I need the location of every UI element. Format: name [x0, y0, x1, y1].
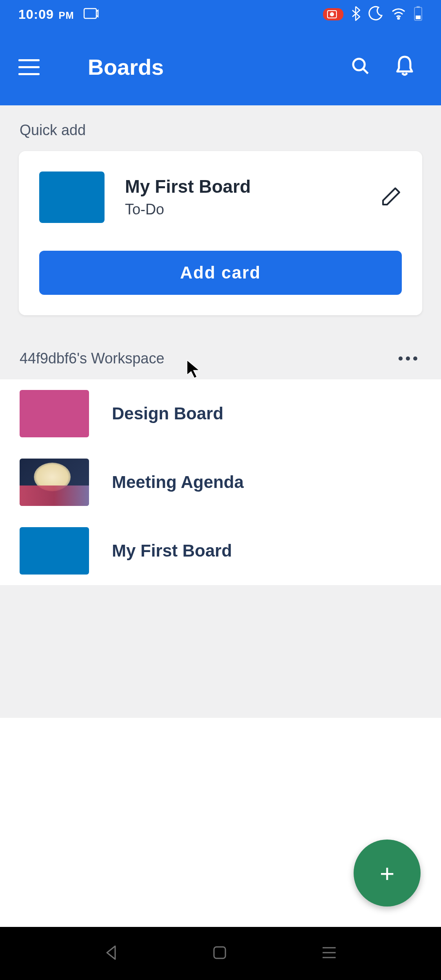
status-time-period: PM	[56, 10, 74, 21]
board-list: Design Board Meeting Agenda My First Boa…	[0, 379, 441, 585]
wifi-icon	[391, 7, 406, 21]
board-thumb	[20, 459, 89, 506]
app-bar-actions	[351, 55, 423, 79]
nav-home-button[interactable]	[212, 944, 228, 962]
page-title: Boards	[88, 54, 351, 80]
nav-back-button[interactable]	[104, 944, 118, 962]
svg-rect-8	[214, 947, 225, 958]
quick-add-card: My First Board To-Do Add card	[19, 151, 422, 315]
board-name: Meeting Agenda	[112, 472, 244, 492]
board-thumb	[20, 390, 89, 437]
quick-add-board-name: My First Board	[125, 176, 360, 197]
workspace-more-button[interactable]	[399, 356, 421, 361]
workspace-header: 44f9dbf6's Workspace	[0, 315, 441, 379]
board-item-first[interactable]: My First Board	[0, 517, 441, 585]
app-bar: Boards	[0, 29, 441, 105]
system-nav-bar	[0, 927, 441, 980]
svg-point-3	[398, 18, 399, 19]
quick-add-header[interactable]: My First Board To-Do	[39, 172, 402, 223]
board-thumb	[20, 527, 89, 575]
board-item-meeting[interactable]: Meeting Agenda	[0, 448, 441, 517]
board-name: Design Board	[112, 404, 223, 423]
board-item-design[interactable]: Design Board	[0, 379, 441, 448]
search-button[interactable]	[351, 56, 370, 78]
screen-record-icon	[323, 8, 343, 20]
content: Quick add My First Board To-Do Add card …	[0, 105, 441, 718]
status-time: 10:09 PM	[18, 7, 74, 22]
create-fab[interactable]: +	[354, 840, 421, 906]
svg-rect-0	[84, 9, 96, 18]
bluetooth-icon	[351, 6, 361, 23]
quick-add-list-name: To-Do	[125, 201, 360, 218]
status-right	[323, 6, 423, 23]
quick-add-board-thumb	[39, 172, 105, 223]
svg-rect-6	[416, 16, 421, 19]
workspace-name[interactable]: 44f9dbf6's Workspace	[20, 350, 164, 367]
svg-rect-5	[416, 6, 420, 8]
notifications-button[interactable]	[395, 55, 414, 79]
quick-add-label: Quick add	[0, 105, 441, 151]
nav-recents-button[interactable]	[321, 946, 337, 961]
edit-button[interactable]	[381, 186, 402, 209]
battery-icon	[414, 6, 423, 23]
svg-point-7	[353, 59, 365, 70]
quick-add-text: My First Board To-Do	[125, 176, 360, 218]
plus-icon: +	[380, 859, 394, 888]
status-time-value: 10:09	[18, 7, 54, 22]
menu-button[interactable]	[18, 55, 43, 79]
status-left: 10:09 PM	[18, 7, 99, 22]
svg-point-2	[330, 13, 334, 16]
dnd-icon	[368, 6, 383, 23]
status-bar: 10:09 PM	[0, 0, 441, 29]
board-name: My First Board	[112, 541, 232, 561]
add-card-button[interactable]: Add card	[39, 251, 402, 295]
cast-icon	[83, 8, 99, 21]
